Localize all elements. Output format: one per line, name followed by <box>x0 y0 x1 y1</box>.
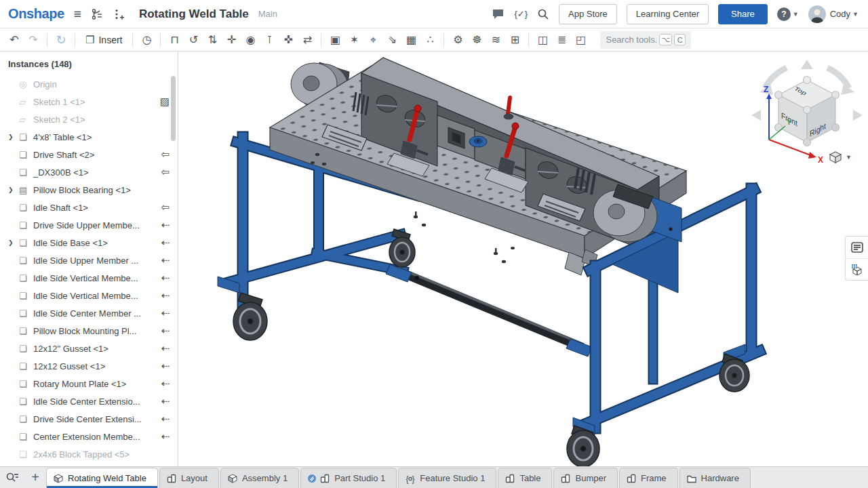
tab-table[interactable]: Table <box>498 468 552 488</box>
part-studio-icon <box>505 473 515 484</box>
pin-slot-mate-icon[interactable]: ⊺ <box>260 31 278 49</box>
caster[interactable] <box>389 229 415 267</box>
redo-icon[interactable]: ↷ <box>24 31 42 49</box>
app-store-button[interactable]: App Store <box>559 4 617 24</box>
search-icon[interactable] <box>537 8 549 20</box>
instance-row[interactable]: ❏Idle Shaft <1>⇦ <box>0 199 178 216</box>
tab-assembly-1[interactable]: Assembly 1 <box>220 468 299 488</box>
ball-mate-icon[interactable]: ◉ <box>241 31 259 49</box>
help-icon[interactable]: ? <box>777 7 791 21</box>
expand-chevron-icon[interactable]: ❯ <box>8 239 19 246</box>
group-icon[interactable]: ▣ <box>326 31 344 49</box>
tab-rotating-weld-table[interactable]: Rotating Weld Table <box>46 468 158 488</box>
tab-hardware[interactable]: Hardware <box>679 468 751 488</box>
center-extension-member[interactable] <box>386 264 592 357</box>
exploded-view-icon[interactable]: ◰ <box>572 31 589 49</box>
configuration-panel-button[interactable] <box>846 258 868 280</box>
instance-row[interactable]: ❯▤Pillow Block Bearing <1> <box>0 181 178 199</box>
instance-row[interactable]: ❏Idle Side Center Extensio...⇠ <box>0 392 178 410</box>
search-tools-input[interactable] <box>606 35 657 45</box>
versions-history-icon[interactable] <box>91 8 104 20</box>
origin-icon: ◎ <box>19 79 33 89</box>
tab-frame[interactable]: Frame <box>619 468 678 488</box>
fastened-mate-icon[interactable]: ⊓ <box>165 31 183 49</box>
share-button[interactable]: Share <box>718 4 768 24</box>
comment-icon[interactable] <box>492 8 505 20</box>
instance-row[interactable]: ❏Drive Side Upper Membe...⇠ <box>0 216 178 234</box>
workspace-name[interactable]: Main <box>258 9 277 19</box>
instance-row[interactable]: ❏Drive Shaft <2>⇦ <box>0 146 178 163</box>
in-context-arrow-icon: ⇠ <box>157 272 170 284</box>
tab-part-studio-1[interactable]: Part Studio 1 <box>300 468 397 488</box>
instance-row[interactable]: ❏Center Extension Membe...⇠ <box>0 428 178 445</box>
slider-mate-icon[interactable]: ⇅ <box>203 31 221 49</box>
in-context-arrow-icon: ⇠ <box>157 342 170 354</box>
in-context-arrow-icon: ⇠ <box>157 430 170 443</box>
instance-row[interactable]: ❯❏Idle Side Base <1>⇠ <box>0 234 178 251</box>
avatar[interactable] <box>808 5 826 23</box>
tab-feature-studio-1[interactable]: Feature Studio 1 <box>398 468 496 488</box>
document-menu-icon[interactable]: ≡ <box>74 7 81 20</box>
planar-mate-icon[interactable]: ✛ <box>222 31 240 49</box>
tab-layout[interactable]: Layout <box>159 468 219 488</box>
section-view-icon[interactable]: ◫ <box>534 31 551 49</box>
instance-row[interactable]: ❏Drive Side Center Extensi...⇠ <box>0 410 178 428</box>
chevron-down-icon: ▼ <box>793 11 799 18</box>
screw-relation-icon[interactable]: ⊞ <box>506 31 524 49</box>
assembly-toolbar: ↶ ↷ ↻ ❐ Insert ◷ ⊓ ↺ ⇅ ✛ ◉ ⊺ ✜ ⇄ ▣ ✶ ⌖ ⇘… <box>0 28 868 52</box>
featurescript-icon[interactable]: {✓} <box>514 9 528 18</box>
bom-panel-button[interactable] <box>846 237 868 258</box>
chevron-down-icon: ▼ <box>852 11 859 18</box>
instance-row[interactable]: ❏Idle Side Upper Member ...⇠ <box>0 251 178 269</box>
view-options-button[interactable]: ▼ <box>828 150 852 164</box>
belt-relation-icon[interactable]: ≋ <box>487 31 505 49</box>
instance-row[interactable]: ❏Idle Side Vertical Membe...⇠ <box>0 287 178 304</box>
display-states-icon[interactable]: ≣ <box>553 31 570 49</box>
instance-row[interactable]: ❏Rotary Mount Plate <1>⇠ <box>0 375 178 392</box>
panel-scrollbar[interactable] <box>171 76 176 141</box>
history-icon[interactable]: ◷ <box>138 31 155 49</box>
instance-row-origin[interactable]: ◎Origin <box>0 75 178 93</box>
revolute-mate-icon[interactable]: ↺ <box>184 31 202 49</box>
instance-row[interactable]: ❯❏4'x8' Table <1> <box>0 128 178 146</box>
update-icon[interactable]: ↻ <box>52 31 70 49</box>
expand-chevron-icon[interactable]: ❯ <box>8 186 19 193</box>
linear-pattern-icon[interactable]: ▦ <box>402 31 420 49</box>
snap-mode-icon[interactable]: ⌖ <box>364 31 382 49</box>
undo-icon[interactable]: ↶ <box>5 31 23 49</box>
instance-row-sketch1[interactable]: ▱Sketch 1 <1>▨ <box>0 93 178 110</box>
move-copy-icon[interactable]: ⇘ <box>383 31 401 49</box>
instance-row-sketch2[interactable]: ▱Sketch 2 <1> <box>0 110 178 128</box>
part-studio-icon <box>560 473 571 484</box>
mate-connector-icon[interactable]: ✶ <box>345 31 363 49</box>
instance-row[interactable]: ❏12x12 Gusset <1>⇠ <box>0 357 178 375</box>
tab-manager-icon[interactable] <box>0 467 24 488</box>
gear-relation-icon[interactable]: ⚙ <box>449 31 467 49</box>
insert-button[interactable]: ❐ Insert <box>80 31 127 49</box>
learning-center-button[interactable]: Learning Center <box>627 4 709 24</box>
help-menu[interactable]: ? ▼ <box>777 7 799 21</box>
instance-row[interactable]: ❏Idle Side Center Member ...⇠ <box>0 304 178 322</box>
expand-chevron-icon[interactable]: ❯ <box>8 134 19 140</box>
part-icon: ❏ <box>19 291 33 301</box>
part-icon: ❏ <box>19 203 33 213</box>
rotary-swivel[interactable] <box>469 136 487 147</box>
rack-pinion-relation-icon[interactable]: ☸ <box>468 31 486 49</box>
instance-row[interactable]: ❏Pillow Block Mounting Pl...⇠ <box>0 322 178 340</box>
insert-element-icon[interactable] <box>113 8 124 20</box>
svg-text:X: X <box>818 155 823 165</box>
instance-row[interactable]: ❏Idle Side Vertical Membe...⇠ <box>0 269 178 287</box>
circular-pattern-icon[interactable]: ∴ <box>421 31 439 49</box>
onshape-logo[interactable]: Onshape <box>8 6 64 22</box>
caster[interactable] <box>233 293 267 340</box>
instance-row[interactable]: ❏_DX300B <1>⇦ <box>0 163 178 181</box>
instance-row[interactable]: ❏2x4x6 Block Tapped <5> <box>0 445 178 463</box>
add-tab-button[interactable]: + <box>24 467 46 488</box>
instance-row[interactable]: ❏12x12" Gusset <1>⇠ <box>0 340 178 357</box>
cylindrical-mate-icon[interactable]: ✜ <box>279 31 297 49</box>
search-tools-box[interactable]: ⌥ C <box>600 31 691 49</box>
tab-bumper[interactable]: Bumper <box>553 468 618 488</box>
parallel-mate-icon[interactable]: ⇄ <box>298 31 316 49</box>
user-menu[interactable]: Cody ▼ <box>808 5 859 23</box>
graphics-area[interactable]: Top Front Right Z X Y <box>178 52 868 466</box>
